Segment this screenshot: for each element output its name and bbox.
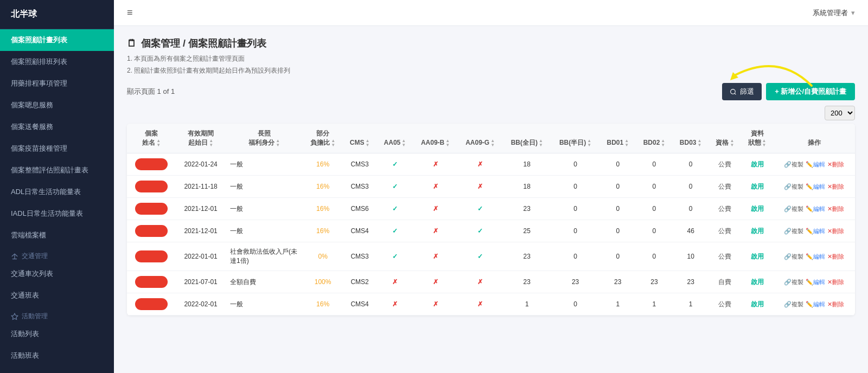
bb-half-cell: 0 xyxy=(551,293,599,316)
cms-cell: CMS2 xyxy=(343,271,376,293)
aa05-cell: ✓ xyxy=(376,176,413,198)
case-name-cell xyxy=(127,293,176,316)
qual-cell: 自費 xyxy=(709,271,741,293)
user-menu[interactable]: 系統管理者 ▾ xyxy=(813,8,855,18)
sidebar-item-case-message[interactable]: 個案嗯息服務 xyxy=(0,94,114,116)
sidebar-item-case-eval[interactable]: 個案整體評估照顧計畫表 xyxy=(0,159,114,181)
delete-button[interactable]: ✕刪除 xyxy=(827,300,844,308)
cost-ratio-cell: 16% xyxy=(303,198,342,220)
check-icon: ✓ xyxy=(477,227,483,235)
cross-icon: ✗ xyxy=(477,160,483,168)
edit-button[interactable]: ✏️編輯 xyxy=(806,278,825,286)
sidebar-item-medication-mgmt[interactable]: 用藥排程事項管理 xyxy=(0,73,114,94)
status-cell: 啟用 xyxy=(741,293,773,316)
aa05-cell: ✓ xyxy=(376,242,413,271)
check-icon: ✓ xyxy=(477,253,483,260)
copy-button[interactable]: 🔗複製 xyxy=(784,205,803,213)
toolbar: 顯示頁面 1 of 1 篩選 + 新增公/自費照顧計畫 xyxy=(127,83,855,100)
sidebar-item-traffic-schedule[interactable]: 交通班表 xyxy=(0,285,114,306)
sidebar-item-case-meal[interactable]: 個案送餐服務 xyxy=(0,116,114,138)
bb-full-cell: 23 xyxy=(503,198,551,220)
col-cost-ratio: 部分負擔比▲▼ xyxy=(303,124,342,153)
bb-half-cell: 0 xyxy=(551,220,599,242)
sidebar-item-care-shift-list[interactable]: 個案照顧排班列表 xyxy=(0,51,114,73)
cross-icon: ✗ xyxy=(433,160,438,168)
sidebar-item-iadl[interactable]: IADL日常生活功能量表 xyxy=(0,203,114,224)
status-badge: 啟用 xyxy=(751,227,764,235)
table-header-row: 個案姓名▲▼ 有效期間起始日▲▼ 長照福利身分▲▼ 部分負擔比▲▼ CMS▲▼ … xyxy=(127,124,855,153)
status-cell: 啟用 xyxy=(741,153,773,176)
aa05-cell: ✓ xyxy=(376,198,413,220)
sidebar-item-traffic-car-list[interactable]: 交通車次列表 xyxy=(0,263,114,285)
bd01-cell: 0 xyxy=(599,220,636,242)
copy-button[interactable]: 🔗複製 xyxy=(784,227,803,235)
copy-button[interactable]: 🔗複製 xyxy=(784,183,803,191)
aa09g-cell: ✗ xyxy=(458,176,503,198)
bd01-cell: 0 xyxy=(599,242,636,271)
user-name-label: 系統管理者 xyxy=(813,8,848,18)
toolbar-right: 篩選 + 新增公/自費照顧計畫 xyxy=(722,83,855,100)
delete-button[interactable]: ✕刪除 xyxy=(827,183,844,191)
bb-half-cell: 0 xyxy=(551,242,599,271)
delete-button[interactable]: ✕刪除 xyxy=(827,278,844,286)
aa09b-cell: ✗ xyxy=(413,153,457,176)
bd03-cell: 1 xyxy=(673,293,709,316)
copy-button[interactable]: 🔗複製 xyxy=(784,300,803,308)
edit-button[interactable]: ✏️編輯 xyxy=(806,300,825,308)
table-row: 2022-01-01 社會救助法低收入戶(未達1倍) 0% CMS3 ✓ ✗ ✓… xyxy=(127,242,855,271)
name-badge xyxy=(135,203,168,215)
chevron-down-icon: ▾ xyxy=(851,9,855,17)
case-name-cell xyxy=(127,198,176,220)
bb-full-cell: 23 xyxy=(503,242,551,271)
edit-button[interactable]: ✏️編輯 xyxy=(806,253,825,261)
edit-button[interactable]: ✏️編輯 xyxy=(806,160,825,169)
status-cell: 啟用 xyxy=(741,220,773,242)
date-cell: 2022-01-01 xyxy=(176,242,226,271)
bb-full-cell: 25 xyxy=(503,220,551,242)
page-header: 🗒 個案管理 / 個案照顧計畫列表 1. 本頁面為所有個案之照顧計畫管理頁面 2… xyxy=(127,37,855,76)
menu-toggle-button[interactable]: ≡ xyxy=(127,7,133,18)
col-bd01: BD01▲▼ xyxy=(599,124,636,153)
status-badge: 啟用 xyxy=(751,300,764,308)
sidebar-section-traffic-label: 交通管理 xyxy=(22,252,48,261)
col-status: 資料狀態▲▼ xyxy=(741,124,773,153)
cross-icon: ✗ xyxy=(433,183,438,190)
bd02-cell: 0 xyxy=(636,153,672,176)
status-cell: 啟用 xyxy=(741,198,773,220)
copy-button[interactable]: 🔗複製 xyxy=(784,160,803,169)
cross-icon: ✗ xyxy=(433,227,438,235)
status-badge: 啟用 xyxy=(751,205,764,213)
edit-button[interactable]: ✏️編輯 xyxy=(806,205,825,213)
edit-button[interactable]: ✏️編輯 xyxy=(806,183,825,191)
cross-icon: ✗ xyxy=(477,300,483,308)
bd01-cell: 1 xyxy=(599,293,636,316)
copy-button[interactable]: 🔗複製 xyxy=(784,278,803,286)
copy-button[interactable]: 🔗複製 xyxy=(784,253,803,261)
aa09g-cell: ✗ xyxy=(458,153,503,176)
care-type-cell: 一般 xyxy=(226,198,303,220)
bd01-cell: 0 xyxy=(599,176,636,198)
care-type-cell: 一般 xyxy=(226,293,303,316)
sidebar-item-activity-class[interactable]: 活動班表 xyxy=(0,345,114,366)
page-size-select[interactable]: 200 100 50 xyxy=(825,106,855,120)
sidebar-item-cloud-file[interactable]: 雲端檔案櫃 xyxy=(0,224,114,246)
sidebar-item-case-vaccine[interactable]: 個案疫苗接種管理 xyxy=(0,138,114,159)
delete-button[interactable]: ✕刪除 xyxy=(827,227,844,235)
edit-button[interactable]: ✏️編輯 xyxy=(806,227,825,235)
action-cell: 🔗複製 ✏️編輯 ✕刪除 xyxy=(773,293,855,316)
sidebar-item-adl[interactable]: ADL日常生活功能量表 xyxy=(0,181,114,203)
cross-icon: ✗ xyxy=(433,278,438,286)
col-case-name: 個案姓名▲▼ xyxy=(127,124,176,153)
name-badge xyxy=(135,298,168,310)
add-care-plan-button[interactable]: + 新增公/自費照顧計畫 xyxy=(766,83,855,100)
sidebar-item-care-plan-list[interactable]: 個案照顧計畫列表 xyxy=(0,29,114,51)
delete-button[interactable]: ✕刪除 xyxy=(827,160,844,169)
delete-button[interactable]: ✕刪除 xyxy=(827,205,844,213)
cost-ratio-cell: 16% xyxy=(303,220,342,242)
col-bd03: BD03▲▼ xyxy=(673,124,709,153)
delete-button[interactable]: ✕刪除 xyxy=(827,253,844,261)
cost-ratio-cell: 0% xyxy=(303,242,342,271)
sidebar-item-activity-list[interactable]: 活動列表 xyxy=(0,323,114,345)
filter-button[interactable]: 篩選 xyxy=(722,83,762,100)
bb-full-cell: 1 xyxy=(503,293,551,316)
